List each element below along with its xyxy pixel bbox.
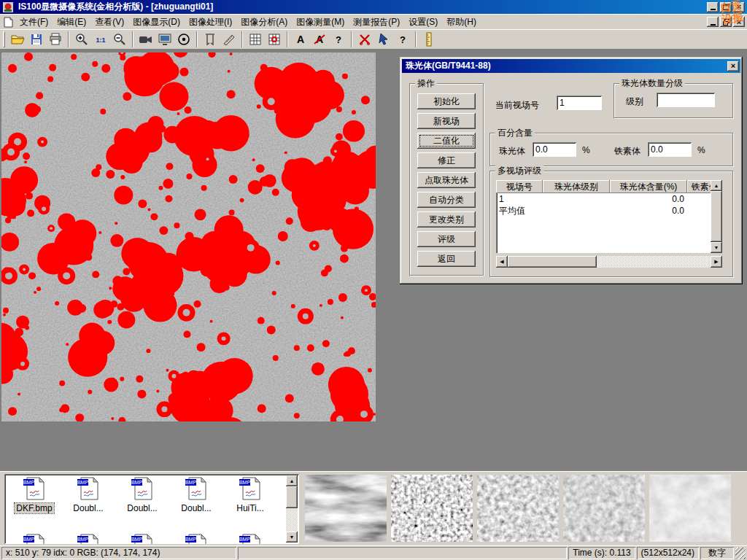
cut-icon[interactable]	[356, 31, 374, 48]
file-list-scrollbar[interactable]: ▲ ▼	[286, 475, 298, 542]
bmp-file-icon: BMP	[77, 477, 101, 502]
file-item-3[interactable]: BMPDoubl...	[115, 477, 169, 534]
scroll-right-icon[interactable]: ▶	[711, 256, 722, 268]
zoom-in-icon[interactable]	[73, 31, 90, 48]
metallographic-image[interactable]	[1, 52, 376, 421]
current-field-input[interactable]	[557, 96, 602, 110]
menu-item-7[interactable]: 图像测量(M)	[292, 14, 349, 31]
op-button-8[interactable]: 评级	[417, 231, 476, 247]
file-scroll-up-icon[interactable]: ▲	[286, 475, 298, 486]
help-2-icon[interactable]: ?	[394, 31, 411, 48]
svg-text:BMP: BMP	[77, 480, 88, 485]
ruler-icon[interactable]	[420, 31, 438, 48]
caliper-b-icon[interactable]	[220, 31, 238, 48]
bmp-file-icon: BMP	[185, 477, 209, 502]
file-item-partial-5[interactable]: BMP	[223, 534, 277, 544]
table-horizontal-scrollbar[interactable]: ◀ ▶	[496, 256, 722, 268]
op-button-7[interactable]: 更改类别	[417, 211, 476, 228]
font-remove-icon[interactable]: A	[311, 31, 328, 48]
table-row-1[interactable]: 10.0	[496, 193, 711, 205]
file-item-partial-1[interactable]: BMP	[7, 534, 61, 544]
save-icon[interactable]	[28, 31, 45, 48]
maximize-button[interactable]	[720, 2, 732, 12]
scroll-down-icon[interactable]: ▼	[711, 242, 722, 253]
pearlite-label: 珠光体	[499, 145, 525, 158]
monitor-icon[interactable]	[156, 31, 174, 48]
file-scroll-down-icon[interactable]: ▼	[286, 532, 298, 542]
menu-item-5[interactable]: 图像处理(I)	[185, 14, 236, 31]
scroll-left-icon[interactable]: ◀	[496, 256, 508, 268]
column-header-3[interactable]: 珠光体含量(%)	[610, 180, 687, 193]
file-name: Doubl...	[125, 503, 158, 513]
file-item-1[interactable]: BMPDKF.bmp	[7, 477, 61, 534]
column-header-2[interactable]: 珠光体级别	[543, 180, 610, 193]
thumbnail-5[interactable]	[649, 475, 731, 542]
grid-b-icon[interactable]	[266, 31, 283, 48]
menu-item-1[interactable]: 文件(F)	[15, 14, 53, 31]
open-icon[interactable]	[9, 31, 26, 48]
menu-item-10[interactable]: 帮助(H)	[442, 14, 481, 31]
one-to-one-icon[interactable]: 1:1	[92, 31, 109, 48]
dialog-close-button[interactable]: ×	[727, 61, 739, 71]
mdi-close-button[interactable]: ×	[733, 17, 745, 27]
pearlite-percent-input[interactable]	[533, 142, 576, 157]
current-field-label: 当前视场号	[495, 99, 539, 112]
print-icon[interactable]	[47, 31, 64, 48]
mdi-minimize-button[interactable]	[707, 17, 719, 27]
op-button-5[interactable]: 点取珠光体	[417, 172, 476, 188]
svg-text:BMP: BMP	[239, 537, 250, 542]
file-scroll-thumb[interactable]	[286, 486, 298, 508]
file-item-partial-4[interactable]: BMP	[169, 534, 223, 544]
dialog-body: 操作 初始化新视场二值化修正点取珠光体自动分类更改类别评级返回 当前视场号 珠光…	[402, 73, 740, 282]
file-item-2[interactable]: BMPDoubl...	[61, 477, 115, 534]
target-icon[interactable]	[175, 31, 193, 48]
pointer-icon[interactable]	[375, 31, 392, 48]
file-item-partial-2[interactable]: BMP	[61, 534, 115, 544]
op-button-6[interactable]: 自动分类	[417, 192, 476, 208]
mdi-restore-button[interactable]	[720, 17, 732, 27]
horizontal-scroll-thumb[interactable]	[508, 256, 597, 268]
video-icon[interactable]	[137, 31, 155, 48]
toolbar-separator	[196, 31, 198, 47]
file-item-5[interactable]: BMPHuiTi...	[223, 477, 277, 534]
dialog-title-bar[interactable]: 珠光体(GB/T9441-88) ×	[402, 59, 740, 73]
thumbnail-4[interactable]	[563, 475, 645, 542]
svg-text:BMP: BMP	[23, 480, 34, 485]
op-button-9[interactable]: 返回	[417, 251, 476, 267]
toolbar-grip[interactable]	[3, 31, 5, 47]
scroll-up-icon[interactable]: ▲	[711, 180, 722, 191]
op-button-1[interactable]: 初始化	[417, 93, 476, 109]
menu-item-3[interactable]: 查看(V)	[90, 14, 128, 31]
help-icon[interactable]: ?	[330, 31, 347, 48]
menu-item-9[interactable]: 设置(S)	[404, 14, 442, 31]
thumbnail-2[interactable]	[391, 475, 473, 542]
op-button-2[interactable]: 新视场	[417, 113, 476, 129]
menu-item-4[interactable]: 图像显示(D)	[128, 14, 185, 31]
thumbnail-1[interactable]	[305, 475, 387, 542]
file-item-partial-3[interactable]: BMP	[115, 534, 169, 544]
file-item-4[interactable]: BMPDoubl...	[169, 477, 223, 534]
close-button[interactable]: ×	[733, 2, 745, 12]
grade-level-input[interactable]	[657, 93, 715, 107]
column-header-4[interactable]: 铁素体含量(%)	[687, 180, 711, 193]
ferrite-percent-input[interactable]	[648, 142, 692, 157]
minimize-button[interactable]	[707, 2, 719, 12]
op-button-3[interactable]: 二值化	[417, 133, 476, 149]
vertical-scroll-thumb[interactable]	[711, 191, 722, 242]
thumbnail-3[interactable]	[477, 475, 559, 542]
menu-item-2[interactable]: 编辑(E)	[53, 14, 90, 31]
zoom-out-icon[interactable]	[111, 31, 128, 48]
grid-a-icon[interactable]	[247, 31, 264, 48]
font-icon[interactable]: A	[292, 31, 309, 48]
resize-grip[interactable]	[735, 548, 746, 559]
multi-field-table[interactable]: 视场号珠光体级别珠光体含量(%)铁素体含量(%) 10.0平均值0.0	[496, 180, 711, 253]
table-vertical-scrollbar[interactable]: ▲ ▼	[711, 180, 722, 253]
table-row-2[interactable]: 平均值0.0	[496, 205, 711, 217]
column-header-1[interactable]: 视场号	[496, 180, 543, 193]
op-button-4[interactable]: 修正	[417, 152, 476, 168]
caliper-a-icon[interactable]	[201, 31, 219, 48]
document-icon[interactable]	[2, 17, 14, 28]
file-name: Doubl...	[71, 503, 104, 513]
menu-item-6[interactable]: 图像分析(A)	[236, 14, 292, 31]
menu-item-8[interactable]: 测量报告(P)	[349, 14, 404, 31]
